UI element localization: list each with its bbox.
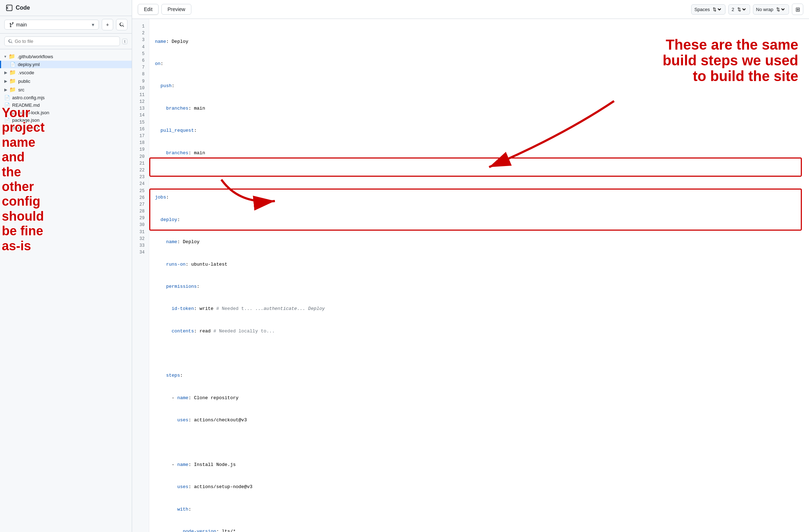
code-line-12: permissions: — [155, 283, 803, 291]
code-line-16: steps: — [155, 372, 803, 380]
tree-item-label: package-lock.json — [12, 110, 49, 115]
folder-icon: 📁 — [9, 78, 16, 84]
spaces-value: 2 — [732, 7, 734, 12]
spaces-label: Spaces — [694, 7, 710, 12]
tree-item-vscode[interactable]: ▶ 📁 .vscode — [0, 68, 132, 77]
add-file-button[interactable]: + — [102, 19, 113, 30]
code-line-9: deploy: — [155, 216, 803, 224]
tree-item-deploy-yml[interactable]: 📄 deploy.yml — [0, 61, 132, 68]
spaces-select[interactable]: ⇅ — [711, 6, 722, 12]
tree-item-label: tsconfig.json — [12, 125, 38, 130]
search-button[interactable] — [116, 19, 127, 30]
chevron-right-icon: ▶ — [4, 79, 7, 84]
tree-item-github-workflows[interactable]: ▾ 📁 .github/workflows — [0, 52, 132, 61]
tree-item-label: src — [18, 87, 24, 92]
file-icon: 📄 — [4, 102, 10, 108]
folder-icon: 📁 — [9, 69, 16, 76]
code-line-21: uses: actions/setup-node@v3 — [155, 483, 803, 491]
line-numbers: 1 2 3 4 5 6 7 8 9 10 11 12 13 14 15 16 1… — [132, 19, 149, 532]
tree-item-package-lock[interactable]: 📄 package-lock.json — [0, 109, 132, 116]
branch-icon — [9, 22, 14, 27]
tree-item-label: public — [18, 79, 30, 84]
code-line-11: runs-on: ubuntu-latest — [155, 261, 803, 268]
tree-item-astro-config[interactable]: 📄 astro.config.mjs — [0, 94, 132, 101]
go-to-file-input[interactable] — [15, 39, 116, 44]
chevron-right-icon: ▶ — [4, 87, 7, 92]
spaces-value-selector[interactable]: 2 ⇅ — [728, 4, 750, 15]
folder-icon: 📁 — [9, 53, 15, 60]
code-line-10: name: Deploy — [155, 239, 803, 246]
code-line-23: node-version: lts/* — [155, 528, 803, 532]
tree-item-label: astro.config.mjs — [12, 95, 45, 100]
code-line-7 — [155, 172, 803, 179]
branch-name: main — [16, 22, 27, 27]
editor-area: Edit Preview Spaces ⇅ 2 ⇅ No wrap ⇅ ⊞ 1 — [132, 0, 809, 532]
tree-item-label: README.md — [12, 102, 40, 108]
tree-item-package-json[interactable]: 📄 package.json — [0, 116, 132, 124]
editor-container[interactable]: 1 2 3 4 5 6 7 8 9 10 11 12 13 14 15 16 1… — [132, 19, 809, 532]
code-line-14: contents: read # Needed locally to... — [155, 328, 803, 335]
code-icon — [6, 4, 13, 11]
search-small-icon — [8, 39, 12, 44]
wrap-select[interactable]: ⇅ — [775, 6, 786, 12]
spaces-value-select[interactable]: ⇅ — [736, 6, 747, 12]
code-line-15 — [155, 350, 803, 357]
file-icon: 📄 — [4, 125, 10, 130]
search-icon — [119, 22, 124, 27]
tab-preview[interactable]: Preview — [161, 4, 191, 15]
sidebar-title: Code — [16, 5, 30, 11]
file-icon: 📄 — [4, 110, 10, 115]
code-line-17: - name: Clone repository — [155, 395, 803, 402]
svg-rect-0 — [6, 5, 12, 11]
tree-item-src[interactable]: ▶ 📁 src — [0, 85, 132, 94]
tree-item-label: package.json — [12, 117, 40, 123]
file-icon: 📄 — [4, 95, 10, 100]
chevron-down-icon: ▾ — [4, 54, 6, 59]
branch-selector: main ▾ + — [0, 16, 132, 34]
code-content[interactable]: name: Deploy on: push: branches: main pu… — [149, 19, 809, 532]
full-screen-button[interactable]: ⊞ — [792, 4, 803, 15]
tree-item-tsconfig[interactable]: 📄 tsconfig.json — [0, 124, 132, 131]
tree-item-readme[interactable]: 📄 README.md — [0, 101, 132, 109]
wrap-selector[interactable]: No wrap ⇅ — [753, 4, 789, 15]
right-annotation: These are the same build steps we used t… — [663, 37, 798, 84]
chevron-down-icon: ▾ — [92, 22, 94, 27]
code-line-20: - name: Install Node.js — [155, 461, 803, 469]
tree-item-public[interactable]: ▶ 📁 public — [0, 77, 132, 85]
code-editor: 1 2 3 4 5 6 7 8 9 10 11 12 13 14 15 16 1… — [132, 19, 809, 532]
folder-icon: 📁 — [9, 86, 16, 93]
file-icon: 📄 — [10, 62, 16, 67]
code-line-6: branches: main — [155, 150, 803, 157]
wrap-label: No wrap — [756, 7, 773, 12]
code-line-5: pull_request: — [155, 127, 803, 135]
code-line-13: id-token: write # Needed t... ...authent… — [155, 305, 803, 313]
search-bar: t — [0, 34, 132, 49]
svg-line-2 — [7, 8, 8, 9]
file-icon: 📄 — [4, 117, 10, 123]
sidebar-header: Code — [0, 0, 132, 16]
code-line-22: with: — [155, 506, 803, 513]
sidebar: Code main ▾ + t ▾ 📁 — [0, 0, 132, 532]
search-shortcut: t — [122, 39, 127, 44]
code-line-18: uses: actions/checkout@v3 — [155, 417, 803, 424]
spaces-selector[interactable]: Spaces ⇅ — [691, 4, 725, 15]
tree-item-label: .vscode — [18, 70, 34, 75]
code-line-4: branches: main — [155, 105, 803, 112]
chevron-right-icon: ▶ — [4, 70, 7, 75]
file-tree: ▾ 📁 .github/workflows 📄 deploy.yml ▶ 📁 .… — [0, 49, 132, 532]
tab-edit[interactable]: Edit — [138, 4, 159, 15]
editor-toolbar: Edit Preview Spaces ⇅ 2 ⇅ No wrap ⇅ ⊞ — [132, 0, 809, 19]
search-input-wrap[interactable] — [4, 36, 120, 46]
code-line-8: jobs: — [155, 194, 803, 201]
code-line-19 — [155, 439, 803, 447]
branch-button[interactable]: main ▾ — [4, 20, 99, 30]
tree-item-label: .github/workflows — [17, 54, 53, 59]
tree-item-label: deploy.yml — [18, 62, 40, 67]
